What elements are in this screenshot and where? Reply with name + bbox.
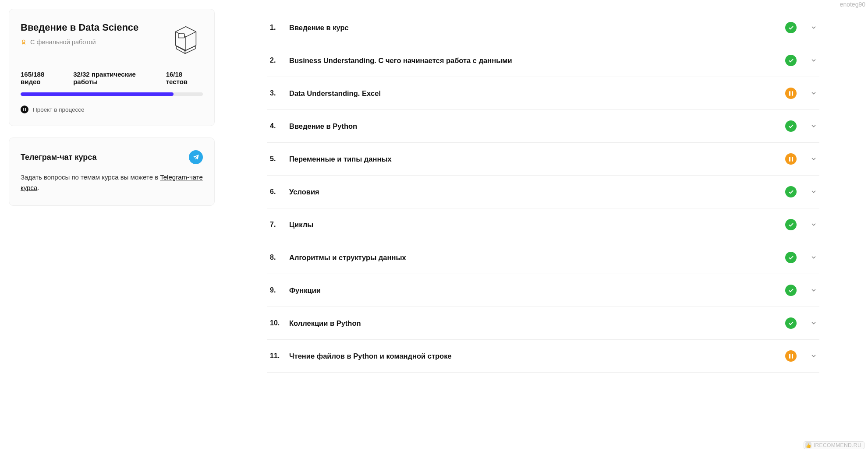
chevron-down-icon	[811, 254, 817, 261]
lesson-title: Функции	[289, 286, 777, 295]
stat-tests: 16/18 тестов	[166, 70, 203, 85]
svg-rect-9	[792, 354, 793, 358]
project-status-label: Проект в процессе	[33, 106, 85, 113]
svg-rect-1	[178, 34, 184, 38]
lesson-row[interactable]: 5.Переменные и типы данных	[267, 143, 819, 176]
lesson-number: 2.	[270, 56, 281, 64]
lesson-number: 4.	[270, 122, 281, 130]
lesson-row[interactable]: 6.Условия	[267, 176, 819, 208]
sidebar: Введение в Data Science С финальной рабо…	[9, 9, 215, 442]
chevron-down-icon	[811, 222, 817, 228]
status-done-icon	[785, 186, 797, 197]
stat-practice: 32/32 практические работы	[73, 70, 156, 85]
lesson-row[interactable]: 11.Чтение файлов в Python и командной ст…	[267, 340, 819, 373]
course-title: Введение в Data Science	[21, 21, 138, 34]
svg-rect-2	[23, 108, 24, 111]
svg-rect-5	[792, 91, 793, 95]
status-pause-icon	[785, 350, 797, 362]
lesson-row[interactable]: 3.Data Understanding. Excel	[267, 77, 819, 110]
svg-point-0	[22, 40, 25, 42]
lesson-row[interactable]: 8.Алгоритмы и структуры данных	[267, 241, 819, 274]
watermark-site-text: IRECOMMEND.RU	[814, 442, 861, 448]
chevron-down-icon	[811, 320, 817, 326]
status-pause-icon	[785, 153, 797, 165]
lesson-row[interactable]: 7.Циклы	[267, 208, 819, 241]
chevron-down-icon	[811, 156, 817, 162]
lesson-title: Data Understanding. Excel	[289, 89, 777, 98]
lesson-number: 10.	[270, 319, 281, 327]
telegram-icon[interactable]	[189, 150, 203, 164]
watermark-site: 👍 IRECOMMEND.RU	[804, 441, 864, 449]
lesson-title: Переменные и типы данных	[289, 155, 777, 163]
svg-rect-8	[789, 354, 790, 358]
lesson-row[interactable]: 2.Business Understanding. С чего начинае…	[267, 44, 819, 77]
chevron-down-icon	[811, 287, 817, 293]
pause-icon	[21, 106, 28, 113]
chevron-down-icon	[811, 25, 817, 31]
lesson-title: Введение в курс	[289, 24, 777, 32]
progress-fill	[21, 92, 174, 96]
lesson-row[interactable]: 4.Введение в Python	[267, 110, 819, 143]
telegram-card: Телеграм-чат курса Задать вопросы по тем…	[9, 137, 215, 206]
lesson-title: Циклы	[289, 221, 777, 229]
svg-rect-7	[792, 157, 793, 161]
lesson-row[interactable]: 1.Введение в курс	[267, 11, 819, 44]
final-work-text: С финальной работой	[30, 39, 96, 46]
project-status: Проект в процессе	[21, 106, 203, 113]
status-done-icon	[785, 317, 797, 329]
lesson-title: Business Understanding. С чего начинаетс…	[289, 56, 777, 65]
chevron-down-icon	[811, 353, 817, 359]
course-card: Введение в Data Science С финальной рабо…	[9, 9, 215, 126]
stat-videos: 165/188 видео	[21, 70, 63, 85]
lesson-row[interactable]: 10.Коллекции в Python	[267, 307, 819, 340]
telegram-title: Телеграм-чат курса	[21, 153, 96, 162]
chevron-down-icon	[811, 189, 817, 195]
chevron-down-icon	[811, 90, 817, 96]
lesson-number: 3.	[270, 89, 281, 97]
telegram-desc: Задать вопросы по темам курса вы можете …	[21, 172, 203, 193]
lesson-title: Чтение файлов в Python и командной строк…	[289, 352, 777, 360]
svg-rect-4	[789, 91, 790, 95]
computer-illustration-icon	[169, 21, 203, 56]
status-pause-icon	[785, 88, 797, 99]
lesson-number: 11.	[270, 352, 281, 360]
status-done-icon	[785, 120, 797, 132]
lesson-number: 8.	[270, 254, 281, 261]
lessons-list: 1.Введение в курс2.Business Understandin…	[267, 9, 828, 442]
lesson-title: Введение в Python	[289, 122, 777, 130]
svg-rect-6	[789, 157, 790, 161]
chevron-down-icon	[811, 57, 817, 63]
lesson-title: Алгоритмы и структуры данных	[289, 254, 777, 262]
lesson-title: Коллекции в Python	[289, 319, 777, 328]
svg-rect-3	[25, 108, 26, 111]
chevron-down-icon	[811, 123, 817, 129]
status-done-icon	[785, 55, 797, 66]
telegram-desc-suffix: .	[37, 184, 39, 191]
medal-icon	[21, 39, 27, 45]
status-done-icon	[785, 252, 797, 263]
lesson-number: 5.	[270, 155, 281, 163]
lesson-row[interactable]: 9.Функции	[267, 274, 819, 307]
status-done-icon	[785, 219, 797, 230]
progress-bar	[21, 92, 203, 96]
status-done-icon	[785, 22, 797, 33]
lesson-number: 1.	[270, 24, 281, 32]
status-done-icon	[785, 285, 797, 296]
lesson-number: 7.	[270, 221, 281, 229]
course-stats: 165/188 видео 32/32 практические работы …	[21, 70, 203, 85]
final-work-label: С финальной работой	[21, 39, 138, 46]
thumbs-up-icon: 👍	[805, 442, 811, 448]
lesson-number: 6.	[270, 188, 281, 196]
telegram-desc-prefix: Задать вопросы по темам курса вы можете …	[21, 173, 160, 181]
lesson-title: Условия	[289, 188, 777, 196]
lesson-number: 9.	[270, 286, 281, 294]
